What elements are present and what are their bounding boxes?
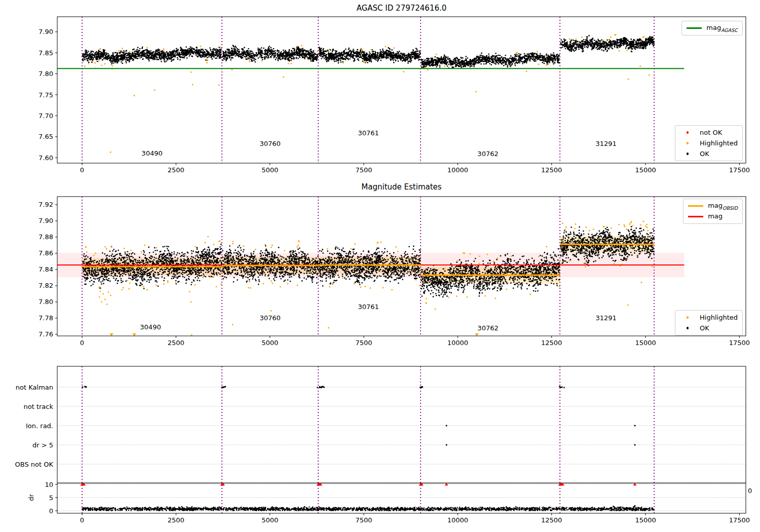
axes-spine [57,17,746,163]
top-panel-title: AGASC ID 279724616.0 [57,4,746,13]
mag-obsid-line-swatch [688,205,703,207]
obsid-label: 30760 [259,314,280,322]
obsid-label: 31291 [595,140,616,147]
obsid-label: 30762 [477,324,498,332]
dr-points [83,506,654,511]
x-tick-label: 10000 [447,516,468,524]
obsid-label: 30761 [358,129,378,137]
x-tick-label: 12500 [541,339,562,347]
x-tick-label: 15000 [635,339,656,347]
figure: 3049030760307613076231291025005000750010… [0,0,760,532]
swatch-wrap [680,316,695,319]
flag-row-label: dr > 5 [32,441,53,449]
legend-row: mag [688,212,738,221]
obsid-label: 30762 [477,150,498,158]
axes-spine [57,366,746,513]
x-tick-label: 5000 [261,339,278,347]
legend-label: magAGASC [706,24,738,33]
dr-tick-label: 0 [49,507,53,515]
x-tick-label: 7500 [355,516,372,524]
legend-row: OK [680,149,738,158]
legend-label: Highlighted [700,139,738,147]
obsid-label: 30760 [259,140,280,147]
ok-dot-swatch [687,327,689,329]
x-tick-label: 17500 [729,339,750,347]
x-tick-label: 17500 [729,166,750,174]
x-tick-label: 5000 [261,516,278,524]
obsid-label: 30490 [141,149,162,157]
not-ok-dot-swatch [687,131,689,134]
y-tick-label: 7.86 [39,249,53,257]
legend-row: OK [680,324,738,332]
x-tick-label: 7500 [355,166,372,174]
y-tick-label: 7.78 [39,314,53,322]
y-tick-label: 7.76 [39,330,53,338]
x-tick-label: 17500 [729,516,750,524]
legend-label: OK [700,150,709,158]
y-tick-label: 7.90 [39,28,53,35]
x-tick-label: 0 [80,339,84,347]
dr-right-axis-label: 0 [748,487,752,495]
legend-row: magAGASC [687,24,738,32]
legend-mag-lines: magOBSID mag [683,199,743,224]
obsid-label: 31291 [595,314,616,322]
mag-agasc-line-swatch [687,27,702,29]
y-tick-label: 7.60 [39,154,53,162]
x-tick-label: 12500 [541,166,562,174]
y-tick-label: 7.90 [39,217,53,224]
x-tick-label: 10000 [447,339,468,347]
x-tick-label: 10000 [447,166,468,174]
y-tick-label: 7.65 [39,133,53,140]
obsid-label: 30761 [358,303,378,311]
top-ok-points [83,35,654,68]
legend-row: Highlighted [680,313,738,322]
ok-dot-swatch [687,153,689,155]
flag-row-label: OBS not OK [15,461,54,468]
x-tick-label: 7500 [355,339,372,347]
legend-highlighted-ok: Highlighted OK [675,310,743,335]
x-tick-label: 0 [80,166,84,174]
swatch-wrap [680,131,695,134]
swatch-wrap [680,327,695,329]
dr-tick-label: 10 [45,481,53,488]
x-tick-label: 2500 [168,339,184,347]
legend-mag-agasc: magAGASC [681,21,743,35]
highlighted-dot-swatch [687,316,689,319]
legend-label: Highlighted [700,314,738,321]
legend-row: magOBSID [688,202,738,210]
x-tick-label: 2500 [168,516,184,524]
middle-panel-title: Magnitude Estimates [57,182,746,192]
obsid-label: 30490 [140,323,161,331]
swatch-wrap [680,142,695,144]
x-tick-label: 12500 [541,516,562,524]
flag-row-label: not Kalman [16,384,53,391]
legend-label: magOBSID [708,202,738,211]
y-tick-label: 7.80 [39,298,53,306]
dr-tick-label: 5 [49,494,53,502]
y-tick-label: 7.85 [39,49,53,57]
x-tick-label: 15000 [635,166,656,174]
legend-row: Highlighted [680,139,738,147]
legend-label: OK [700,324,709,332]
y-tick-label: 7.80 [39,70,53,78]
flag-row-label: not track [23,403,53,410]
x-tick-label: 0 [80,516,84,524]
flag-row-label: Ion. rad. [26,422,53,430]
y-tick-label: 7.88 [39,233,53,241]
highlighted-dot-swatch [687,142,689,144]
legend-point-status: not OK Highlighted OK [675,125,743,161]
y-tick-label: 7.92 [39,201,53,208]
x-tick-label: 2500 [168,166,184,174]
dr-axis-label: dr [27,494,35,501]
legend-label: not OK [700,129,722,136]
y-tick-label: 7.70 [39,112,53,120]
x-tick-label: 5000 [261,166,278,174]
chart-canvas: 3049030760307613076231291025005000750010… [0,0,760,532]
y-tick-label: 7.82 [39,282,53,289]
legend-row: not OK [680,128,738,137]
y-tick-label: 7.84 [39,265,53,273]
mag-line-swatch [688,216,703,217]
y-tick-label: 7.75 [39,91,53,99]
swatch-wrap [680,153,695,155]
x-tick-label: 15000 [635,516,656,524]
